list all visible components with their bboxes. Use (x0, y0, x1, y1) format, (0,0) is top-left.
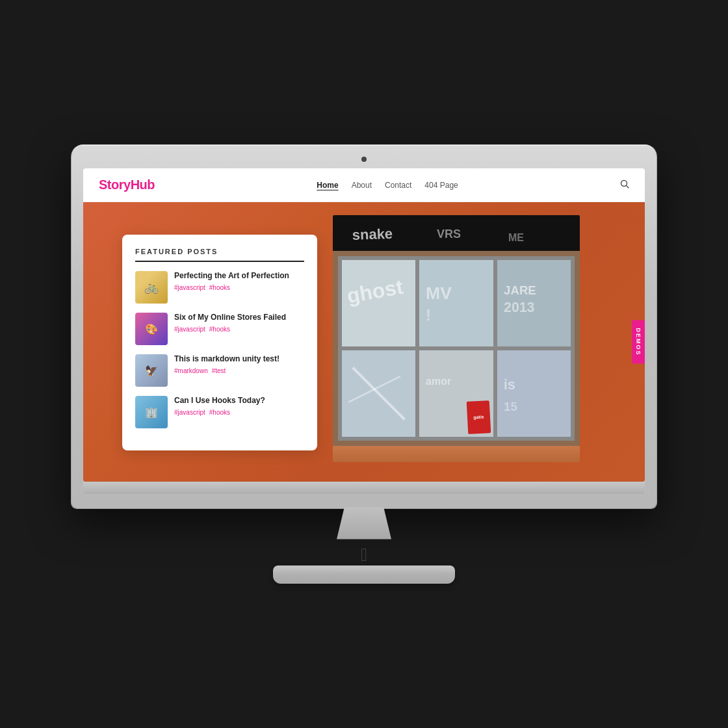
nav-item-contact[interactable]: Contact (385, 179, 411, 190)
camera-dot (361, 157, 367, 162)
logo-part2: Hub (131, 177, 155, 192)
post-thumb-3: 🦅 (135, 354, 168, 387)
tag-hooks-4: #hooks (209, 409, 230, 416)
tag-javascript-4: #javascript (174, 409, 205, 416)
svg-text:JARE: JARE (504, 283, 536, 297)
post-item-2[interactable]: 🎨 Six of My Online Stores Failed #javasc… (135, 313, 304, 345)
screen: StoryHub Home About Contact 404 Page (83, 168, 645, 482)
post-tags-2: #javascript #hooks (174, 326, 304, 333)
nav-item-about[interactable]: About (352, 179, 372, 190)
post-tags-4: #javascript #hooks (174, 409, 304, 416)
header-graffiti-svg: snake VRS ME (333, 215, 580, 251)
monitor-stand:  (273, 507, 455, 584)
window-pane-1: ghost (342, 260, 415, 346)
svg-text:!: ! (426, 306, 431, 324)
post-thumb-2: 🎨 (135, 313, 168, 345)
navbar: StoryHub Home About Contact 404 Page (83, 168, 645, 202)
site-logo[interactable]: StoryHub (99, 177, 155, 192)
tag-markdown: #markdown (174, 367, 208, 374)
post-info-2: Six of My Online Stores Failed #javascri… (174, 313, 304, 333)
svg-line-11 (348, 376, 400, 402)
monitor-bottom-bar (83, 481, 645, 494)
featured-posts-card: Featured Posts Perfecting the Art of Per… (122, 235, 317, 450)
post-item-3[interactable]: 🦅 This is markdown unity test! #markdown… (135, 354, 304, 387)
post-item-4[interactable]: 🏢 Can I Use Hooks Today? #javascript #ho… (135, 396, 304, 428)
window-sill (333, 446, 580, 462)
nav-link-404[interactable]: 404 Page (424, 181, 458, 190)
nav-link-contact[interactable]: Contact (385, 181, 411, 190)
window-pane-5: gatis amor (419, 350, 493, 437)
stand-neck (325, 507, 403, 540)
post-title-1: Perfecting the Art of Perfection (174, 271, 304, 281)
window-frame: ghost MV! JARE2013 (333, 251, 580, 446)
graffiti-window: snake VRS ME ghost (333, 215, 580, 462)
window-pane-3: JARE2013 (497, 260, 571, 346)
logo-part1: Story (99, 177, 131, 192)
post-thumb-4: 🏢 (135, 396, 168, 428)
post-title-3: This is markdown unity test! (174, 354, 304, 365)
window-pane-2: MV! (419, 260, 493, 346)
svg-line-1 (627, 185, 629, 188)
stand-base (273, 566, 455, 584)
apple-logo:  (361, 545, 367, 566)
svg-text:VRS: VRS (437, 228, 461, 240)
svg-text:ghost: ghost (345, 274, 405, 307)
nav-link-about[interactable]: About (352, 181, 372, 190)
window-pane-6: is15 (497, 350, 571, 437)
post-tags-1: #javascript #hooks (174, 284, 304, 291)
svg-text:snake: snake (352, 225, 393, 242)
post-info-1: Perfecting the Art of Perfection #javasc… (174, 271, 304, 292)
tag-javascript-1: #javascript (174, 284, 205, 291)
post-info-4: Can I Use Hooks Today? #javascript #hook… (174, 396, 304, 417)
tag-hooks-1: #hooks (209, 284, 230, 291)
search-icon[interactable] (620, 179, 629, 190)
svg-text:is: is (504, 376, 515, 392)
nav-link-home[interactable]: Home (317, 181, 338, 190)
svg-line-10 (353, 367, 405, 419)
post-title-2: Six of My Online Stores Failed (174, 313, 304, 323)
demos-tab[interactable]: DEMOS (632, 320, 645, 363)
website: StoryHub Home About Contact 404 Page (83, 168, 645, 482)
tag-hooks-2: #hooks (209, 326, 230, 333)
svg-text:amor: amor (426, 376, 451, 387)
monitor-bezel: StoryHub Home About Contact 404 Page (72, 145, 656, 508)
monitor-wrapper: StoryHub Home About Contact 404 Page (72, 145, 656, 584)
nav-links: Home About Contact 404 Page (317, 179, 458, 190)
tag-javascript-2: #javascript (174, 326, 205, 333)
post-thumb-1 (135, 271, 168, 304)
tag-test: #test (212, 367, 226, 374)
post-info-3: This is markdown unity test! #markdown #… (174, 354, 304, 375)
window-header: snake VRS ME (333, 215, 580, 251)
nav-item-home[interactable]: Home (317, 179, 338, 190)
post-item-1[interactable]: Perfecting the Art of Perfection #javasc… (135, 271, 304, 304)
post-title-4: Can I Use Hooks Today? (174, 396, 304, 406)
svg-text:MV: MV (426, 283, 452, 302)
post-tags-3: #markdown #test (174, 367, 304, 374)
window-pane-4 (342, 350, 415, 437)
svg-text:ME: ME (508, 232, 524, 243)
hero-section: snake VRS ME ghost (83, 202, 645, 482)
svg-text:2013: 2013 (504, 299, 534, 315)
svg-text:15: 15 (504, 400, 517, 413)
featured-posts-title: Featured Posts (135, 248, 304, 262)
nav-item-404[interactable]: 404 Page (424, 179, 458, 190)
